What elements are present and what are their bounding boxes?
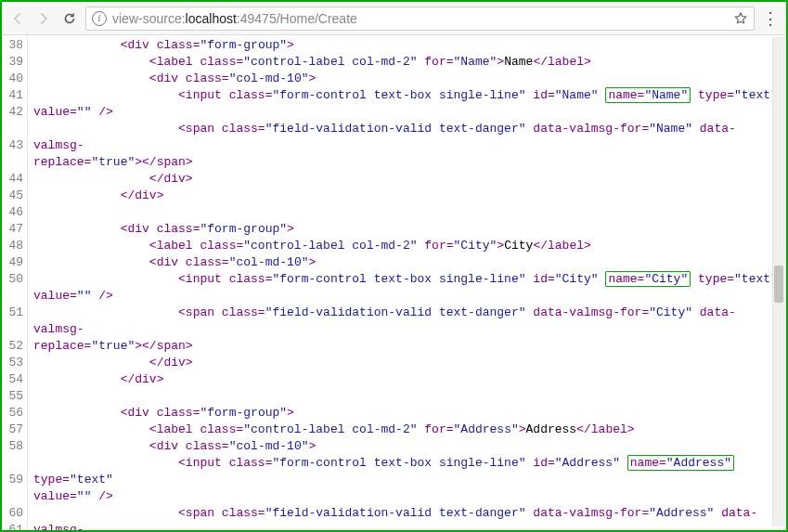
- scrollbar-thumb[interactable]: [774, 266, 783, 303]
- bookmark-star-icon[interactable]: [733, 11, 748, 26]
- url-text: view-source:localhost:49475/Home/Create: [112, 11, 357, 26]
- reload-icon: [62, 11, 77, 26]
- vertical-scrollbar[interactable]: [772, 37, 784, 526]
- site-info-icon[interactable]: i: [92, 11, 107, 26]
- kebab-menu-icon: ⋮: [762, 8, 779, 29]
- browser-menu-button[interactable]: ⋮: [760, 8, 781, 29]
- arrow-right-icon: [36, 11, 51, 26]
- reload-button[interactable]: [59, 8, 80, 29]
- forward-button[interactable]: [33, 8, 54, 29]
- url-bar[interactable]: i view-source:localhost:49475/Home/Creat…: [85, 6, 755, 31]
- arrow-left-icon: [10, 11, 25, 26]
- back-button[interactable]: [7, 8, 28, 29]
- source-code[interactable]: <div class="form-group"> <label class="c…: [28, 35, 786, 530]
- source-viewport: 3839404142434445464748495051525354555657…: [2, 35, 786, 530]
- browser-toolbar: i view-source:localhost:49475/Home/Creat…: [2, 2, 786, 35]
- line-number-gutter: 3839404142434445464748495051525354555657…: [2, 35, 28, 530]
